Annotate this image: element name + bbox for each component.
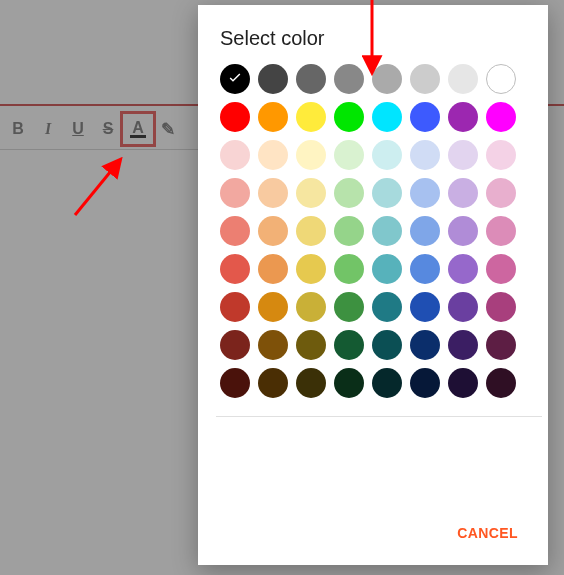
color-swatch[interactable] (258, 216, 288, 246)
color-swatch[interactable] (296, 178, 326, 208)
color-swatch[interactable] (410, 368, 440, 398)
color-swatch[interactable] (258, 254, 288, 284)
color-swatch[interactable] (220, 140, 250, 170)
color-swatch[interactable] (486, 330, 516, 360)
color-swatch[interactable] (448, 216, 478, 246)
color-swatch[interactable] (372, 140, 402, 170)
color-swatch[interactable] (220, 64, 250, 94)
color-swatch[interactable] (486, 140, 516, 170)
color-swatch[interactable] (296, 254, 326, 284)
color-grid (220, 64, 542, 408)
color-swatch[interactable] (258, 140, 288, 170)
color-swatch[interactable] (486, 64, 516, 94)
divider (216, 416, 542, 417)
color-swatch[interactable] (296, 368, 326, 398)
color-swatch[interactable] (334, 102, 364, 132)
color-swatch[interactable] (334, 178, 364, 208)
color-swatch[interactable] (372, 178, 402, 208)
color-swatch[interactable] (486, 102, 516, 132)
color-swatch[interactable] (334, 140, 364, 170)
color-swatch[interactable] (486, 292, 516, 322)
color-swatch[interactable] (372, 216, 402, 246)
color-swatch[interactable] (258, 368, 288, 398)
color-swatch[interactable] (220, 102, 250, 132)
color-swatch[interactable] (258, 178, 288, 208)
color-swatch[interactable] (296, 140, 326, 170)
color-swatch[interactable] (220, 178, 250, 208)
color-swatch[interactable] (258, 64, 288, 94)
color-swatch[interactable] (334, 368, 364, 398)
dialog-actions: CANCEL (198, 505, 548, 565)
color-swatch[interactable] (486, 216, 516, 246)
color-swatch[interactable] (486, 178, 516, 208)
color-swatch[interactable] (448, 254, 478, 284)
color-swatch[interactable] (296, 330, 326, 360)
color-swatch[interactable] (448, 102, 478, 132)
color-swatch[interactable] (220, 254, 250, 284)
color-swatch[interactable] (296, 216, 326, 246)
color-swatch[interactable] (372, 102, 402, 132)
color-swatch[interactable] (258, 330, 288, 360)
color-swatch[interactable] (258, 102, 288, 132)
color-swatch[interactable] (448, 292, 478, 322)
color-swatch[interactable] (448, 368, 478, 398)
color-swatch[interactable] (448, 140, 478, 170)
dialog-body (198, 60, 548, 505)
dialog-title: Select color (198, 5, 548, 60)
color-swatch[interactable] (448, 330, 478, 360)
color-swatch[interactable] (372, 254, 402, 284)
color-swatch[interactable] (334, 254, 364, 284)
color-swatch[interactable] (410, 254, 440, 284)
color-picker-dialog: Select color CANCEL (198, 5, 548, 565)
color-swatch[interactable] (410, 178, 440, 208)
cancel-button[interactable]: CANCEL (447, 517, 528, 549)
color-swatch[interactable] (334, 64, 364, 94)
color-swatch[interactable] (372, 368, 402, 398)
color-swatch[interactable] (486, 254, 516, 284)
color-swatch[interactable] (220, 292, 250, 322)
color-swatch[interactable] (448, 178, 478, 208)
color-scroll-area[interactable] (198, 60, 548, 505)
check-icon (227, 69, 243, 89)
color-swatch[interactable] (372, 330, 402, 360)
color-swatch[interactable] (220, 368, 250, 398)
color-swatch[interactable] (448, 64, 478, 94)
color-swatch[interactable] (296, 64, 326, 94)
color-swatch[interactable] (410, 292, 440, 322)
color-swatch[interactable] (410, 140, 440, 170)
color-swatch[interactable] (372, 64, 402, 94)
color-swatch[interactable] (296, 292, 326, 322)
color-swatch[interactable] (410, 216, 440, 246)
color-swatch[interactable] (410, 102, 440, 132)
color-swatch[interactable] (486, 368, 516, 398)
color-swatch[interactable] (334, 330, 364, 360)
color-swatch[interactable] (410, 330, 440, 360)
color-swatch[interactable] (220, 216, 250, 246)
color-swatch[interactable] (296, 102, 326, 132)
color-swatch[interactable] (334, 292, 364, 322)
color-swatch[interactable] (258, 292, 288, 322)
color-swatch[interactable] (372, 292, 402, 322)
color-swatch[interactable] (220, 330, 250, 360)
color-swatch[interactable] (334, 216, 364, 246)
color-swatch[interactable] (410, 64, 440, 94)
